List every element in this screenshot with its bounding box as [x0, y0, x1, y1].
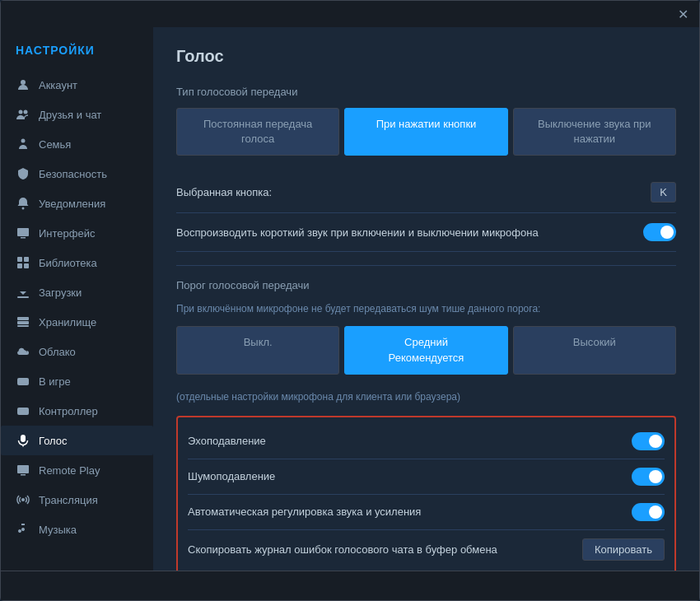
sidebar-item-label: Уведомления	[39, 198, 105, 210]
voice-option-push[interactable]: При нажатии кнопки	[344, 108, 507, 156]
sidebar-item-label: Музыка	[39, 524, 77, 536]
content-area: НАСТРОЙКИ АккаунтДрузья и чатСемьяБезопа…	[1, 27, 699, 571]
svg-rect-17	[17, 408, 29, 415]
sidebar-item-label: Голос	[39, 435, 68, 447]
sidebar-item-remoteplay[interactable]: Remote Play	[1, 455, 153, 485]
echo-row: Эхоподавление	[188, 424, 665, 459]
selected-key-value[interactable]: K	[651, 182, 676, 203]
cloud-icon	[16, 344, 30, 359]
family-icon	[16, 137, 30, 151]
sidebar-item-label: Remote Play	[39, 464, 100, 477]
sound-toggle-row: Воспроизводить короткий звук при включен…	[176, 213, 676, 252]
divider-1	[176, 265, 676, 266]
threshold-medium[interactable]: СреднийРекомендуется	[344, 326, 507, 374]
selected-key-row: Выбранная кнопка: K	[176, 172, 676, 213]
svg-rect-14	[17, 325, 29, 327]
controller-icon	[16, 403, 30, 418]
voice-type-label: Тип голосовой передачи	[176, 86, 676, 98]
svg-rect-20	[21, 435, 26, 442]
svg-rect-5	[17, 228, 29, 236]
agc-toggle-track[interactable]	[632, 503, 665, 521]
voice-option-mute[interactable]: Выключение звука при нажатии	[513, 108, 676, 156]
echo-toggle-track[interactable]	[632, 432, 665, 450]
noise-toggle-track[interactable]	[632, 468, 665, 486]
sidebar-item-label: Аккаунт	[39, 79, 77, 91]
friends-icon	[16, 107, 30, 122]
svg-rect-12	[17, 317, 29, 320]
sidebar-item-music[interactable]: Музыка	[1, 515, 153, 544]
voice-type-group: Постоянная передача голоса При нажатии к…	[176, 108, 676, 156]
sidebar-item-label: В игре	[39, 375, 71, 388]
voice-icon	[16, 433, 30, 448]
svg-point-24	[21, 498, 25, 501]
copy-log-label: Скопировать журнал ошибок голосового чат…	[188, 543, 582, 556]
sidebar-item-label: Библиотека	[39, 257, 97, 269]
echo-toggle[interactable]	[632, 432, 665, 450]
sound-toggle-label: Воспроизводить короткий звук при включен…	[176, 226, 643, 239]
svg-rect-22	[17, 465, 29, 473]
svg-rect-13	[17, 321, 29, 324]
echo-toggle-thumb	[649, 435, 662, 448]
sidebar-item-label: Хранилище	[39, 316, 96, 328]
noise-toggle-thumb	[649, 470, 662, 483]
svg-point-3	[21, 139, 26, 143]
svg-point-18	[24, 410, 26, 412]
echo-label: Эхоподавление	[188, 435, 632, 447]
sidebar-item-label: Интерфейс	[39, 227, 95, 240]
storage-icon	[16, 314, 30, 329]
sidebar-item-label: Контроллер	[39, 405, 98, 417]
svg-rect-9	[17, 263, 22, 268]
threshold-note: При включённом микрофоне не будет переда…	[176, 301, 676, 316]
threshold-high[interactable]: Высокий	[513, 326, 676, 374]
voice-option-continuous[interactable]: Постоянная передача голоса	[176, 108, 339, 156]
page-title: Голос	[176, 47, 676, 66]
sidebar-item-voice[interactable]: Голос	[1, 426, 153, 455]
noise-label: Шумоподавление	[188, 470, 632, 482]
svg-point-1	[19, 110, 23, 114]
sound-toggle-track[interactable]	[643, 223, 676, 241]
main-panel: Голос Тип голосовой передачи Постоянная …	[153, 27, 699, 571]
sidebar-item-account[interactable]: Аккаунт	[1, 70, 153, 100]
sidebar-item-notifications[interactable]: Уведомления	[1, 189, 153, 218]
noise-row: Шумоподавление	[188, 459, 665, 495]
agc-toggle[interactable]	[632, 503, 665, 521]
mic-note: (отдельные настройки микрофона для клиен…	[176, 391, 676, 403]
sidebar-item-storage[interactable]: Хранилище	[1, 307, 153, 337]
remoteplay-icon	[16, 463, 30, 478]
sidebar-item-security[interactable]: Безопасность	[1, 159, 153, 189]
sidebar-item-family[interactable]: Семья	[1, 129, 153, 159]
svg-rect-11	[17, 296, 29, 298]
downloads-icon	[16, 285, 30, 300]
sound-toggle-thumb	[660, 226, 674, 239]
sidebar-item-label: Безопасность	[39, 168, 107, 180]
threshold-off[interactable]: Выкл.	[176, 326, 339, 374]
security-icon	[16, 166, 30, 181]
sidebar-item-friends[interactable]: Друзья и чат	[1, 100, 153, 129]
sound-toggle[interactable]	[643, 223, 676, 241]
svg-point-19	[26, 411, 27, 412]
copy-log-row: Скопировать журнал ошибок голосового чат…	[188, 530, 665, 569]
sidebar-item-interface[interactable]: Интерфейс	[1, 218, 153, 248]
ingame-icon	[16, 374, 30, 389]
svg-point-4	[22, 207, 25, 210]
sidebar-item-library[interactable]: Библиотека	[1, 248, 153, 277]
sidebar-item-label: Семья	[39, 138, 71, 151]
agc-toggle-thumb	[649, 505, 662, 519]
svg-rect-6	[21, 237, 26, 239]
sidebar-item-broadcast[interactable]: Трансляция	[1, 485, 153, 515]
copy-log-button[interactable]: Копировать	[582, 538, 665, 561]
svg-point-16	[25, 380, 26, 382]
svg-rect-7	[17, 257, 22, 262]
sidebar-item-ingame[interactable]: В игре	[1, 366, 153, 396]
sidebar-item-cloud[interactable]: Облако	[1, 337, 153, 366]
highlighted-settings: Эхоподавление Шумоподавление	[176, 416, 676, 571]
noise-toggle[interactable]	[632, 468, 665, 486]
svg-point-0	[21, 80, 26, 85]
sidebar-item-label: Облако	[39, 346, 76, 358]
sidebar-item-label: Загрузки	[39, 287, 82, 299]
notifications-icon	[16, 196, 30, 211]
library-icon	[16, 255, 30, 270]
sidebar-item-controller[interactable]: Контроллер	[1, 396, 153, 426]
sidebar-item-downloads[interactable]: Загрузки	[1, 277, 153, 307]
close-button[interactable]: ✕	[674, 6, 691, 22]
